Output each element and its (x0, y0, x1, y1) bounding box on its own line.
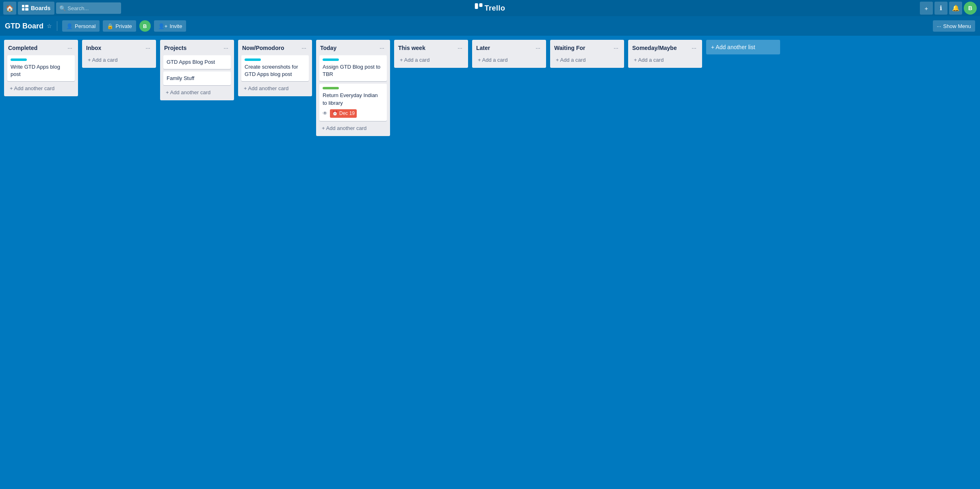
board-header-right: ··· Show Menu (933, 20, 976, 32)
list-inbox: Inbox···+ Add a card (82, 40, 156, 68)
nav-right-actions: + ℹ 🔔 B (920, 2, 977, 15)
add-card-button-waiting-for[interactable]: + Add a card (553, 55, 621, 65)
lock-icon: 🔒 (107, 23, 113, 29)
card-label-t1 (323, 58, 339, 61)
list-header-this-week: This week··· (397, 43, 465, 53)
trello-logo-icon (475, 3, 483, 13)
person-icon: 👤 (66, 23, 73, 29)
list-menu-button-projects[interactable]: ··· (222, 44, 230, 52)
list-title-now-pomodoro: Now/Pomodoro (242, 45, 284, 51)
show-menu-button[interactable]: ··· Show Menu (933, 20, 976, 32)
board-title[interactable]: GTD Board (5, 22, 43, 30)
card-label-c1 (11, 58, 27, 61)
list-menu-button-this-week[interactable]: ··· (456, 44, 464, 52)
boards-button[interactable]: Boards (18, 2, 54, 15)
card-p1[interactable]: GTD Apps Blog Post (163, 55, 231, 69)
watch-icon-t2: 👁 (323, 110, 327, 117)
svg-rect-3 (25, 8, 28, 11)
svg-rect-2 (25, 5, 28, 7)
add-card-button-later[interactable]: + Add a card (475, 55, 543, 65)
card-c1[interactable]: Write GTD Apps blog post (7, 55, 75, 81)
list-menu-button-now-pomodoro[interactable]: ··· (300, 44, 308, 52)
list-header-completed: Completed··· (7, 43, 75, 53)
list-menu-button-completed[interactable]: ··· (66, 44, 74, 52)
trello-logo: Trello (475, 3, 505, 13)
info-button[interactable]: ℹ (934, 2, 947, 15)
list-title-projects: Projects (164, 45, 186, 51)
due-text-t2: Dec 19 (339, 110, 355, 117)
list-title-waiting-for: Waiting For (554, 45, 585, 51)
show-menu-label: Show Menu (943, 23, 971, 29)
due-badge-t2[interactable]: ⏰Dec 19 (330, 109, 357, 118)
board-star-button[interactable]: ☆ (47, 23, 52, 29)
card-text-t2: Return Everyday Indian to library (323, 92, 378, 106)
search-input[interactable] (56, 2, 121, 14)
card-p2[interactable]: Family Stuff (163, 71, 231, 85)
add-card-button-projects[interactable]: + Add another card (163, 88, 231, 97)
card-t2[interactable]: Return Everyday Indian to library👁⏰Dec 1… (319, 84, 387, 121)
add-button[interactable]: + (920, 2, 933, 15)
visibility-label: Personal (75, 23, 95, 29)
list-header-now-pomodoro: Now/Pomodoro··· (241, 43, 309, 53)
svg-rect-1 (22, 8, 24, 11)
list-waiting-for: Waiting For···+ Add a card (550, 40, 624, 68)
invite-label: Invite (169, 23, 182, 29)
list-later: Later···+ Add a card (472, 40, 546, 68)
board-content: Completed···Write GTD Apps blog post+ Ad… (0, 36, 980, 489)
card-meta-t2: 👁⏰Dec 19 (323, 109, 384, 118)
notifications-button[interactable]: 🔔 (949, 2, 962, 15)
add-card-button-completed[interactable]: + Add another card (7, 84, 75, 93)
board-user-avatar[interactable]: B (139, 20, 151, 32)
add-card-button-someday[interactable]: + Add a card (631, 55, 699, 65)
add-card-button-this-week[interactable]: + Add a card (397, 55, 465, 65)
invite-icon: 👤+ (158, 23, 168, 29)
user-avatar[interactable]: B (964, 2, 977, 15)
list-menu-button-someday[interactable]: ··· (690, 44, 698, 52)
list-header-today: Today··· (319, 43, 387, 53)
list-projects: Projects···GTD Apps Blog PostFamily Stuf… (160, 40, 234, 100)
list-title-today: Today (320, 45, 336, 51)
visibility-button[interactable]: 👤 Personal (62, 20, 100, 32)
card-np1[interactable]: Create screenshots for GTD Apps blog pos… (241, 55, 309, 81)
list-menu-button-waiting-for[interactable]: ··· (612, 44, 620, 52)
svg-rect-4 (475, 3, 478, 9)
list-header-someday: Someday/Maybe··· (631, 43, 699, 53)
card-label-np1 (245, 58, 261, 61)
list-now-pomodoro: Now/Pomodoro···Create screenshots for GT… (238, 40, 312, 96)
top-navigation: 🏠 Boards 🔍 Trello + ℹ 🔔 B (0, 0, 980, 16)
card-t1[interactable]: Assign GTD Blog post to TBR (319, 55, 387, 81)
list-someday: Someday/Maybe···+ Add a card (628, 40, 702, 68)
home-button[interactable]: 🏠 (3, 2, 16, 15)
card-text-t1: Assign GTD Blog post to TBR (323, 64, 380, 77)
list-title-someday: Someday/Maybe (632, 45, 677, 51)
privacy-button[interactable]: 🔒 Private (103, 20, 136, 32)
list-title-inbox: Inbox (86, 45, 101, 51)
separator (57, 21, 57, 31)
card-text-p1: GTD Apps Blog Post (167, 59, 215, 65)
list-header-projects: Projects··· (163, 43, 231, 53)
list-today: Today···Assign GTD Blog post to TBRRetur… (316, 40, 390, 136)
list-header-later: Later··· (475, 43, 543, 53)
invite-button[interactable]: 👤+ Invite (154, 20, 186, 32)
list-this-week: This week···+ Add a card (394, 40, 468, 68)
clock-icon-t2: ⏰ (332, 110, 338, 117)
card-text-np1: Create screenshots for GTD Apps blog pos… (245, 64, 298, 77)
boards-grid-icon (22, 5, 28, 12)
search-wrapper: 🔍 (56, 2, 121, 14)
list-title-this-week: This week (398, 45, 425, 51)
add-list-button[interactable]: + Add another list (706, 40, 780, 54)
list-menu-button-today[interactable]: ··· (378, 44, 386, 52)
card-text-c1: Write GTD Apps blog post (11, 64, 60, 77)
add-card-button-today[interactable]: + Add another card (319, 123, 387, 133)
card-label-t2 (323, 87, 339, 89)
card-text-p2: Family Stuff (167, 75, 194, 81)
list-menu-button-inbox[interactable]: ··· (144, 44, 152, 52)
svg-rect-0 (22, 5, 24, 7)
add-card-button-now-pomodoro[interactable]: + Add another card (241, 84, 309, 93)
add-card-button-inbox[interactable]: + Add a card (85, 55, 153, 65)
list-menu-button-later[interactable]: ··· (534, 44, 542, 52)
list-header-inbox: Inbox··· (85, 43, 153, 53)
board-header: GTD Board ☆ 👤 Personal 🔒 Private B 👤+ In… (0, 16, 980, 36)
list-title-later: Later (476, 45, 490, 51)
trello-logo-text: Trello (484, 4, 505, 13)
